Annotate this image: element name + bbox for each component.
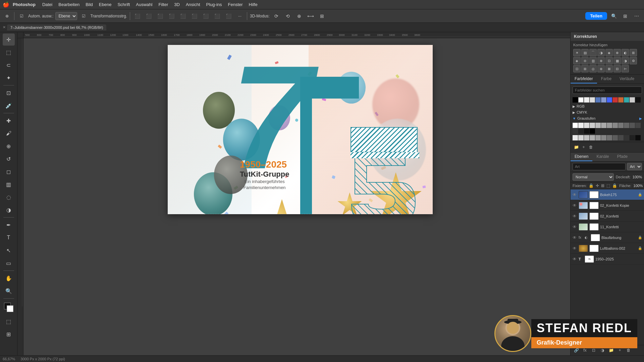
lasso-tool[interactable]: ⊂ [3, 59, 15, 71]
3d-btn3[interactable]: ⊕ [294, 11, 304, 21]
corr-icon-photo-filter[interactable]: ⊞ [630, 49, 637, 56]
gs-swatch-2[interactable] [584, 123, 589, 128]
gs2-8[interactable] [618, 135, 624, 140]
more-btn[interactable]: ··· [235, 11, 244, 21]
gradient-tool[interactable]: ▥ [3, 178, 15, 190]
align-center-h-btn[interactable]: ⬛ [144, 11, 154, 21]
corr-icon-extra7[interactable]: ⊢ [622, 65, 629, 72]
layer-row-luftballons[interactable]: 👁 Luftballons-002 🔒 [571, 243, 644, 254]
apple-menu[interactable]: 🍎 [3, 1, 9, 8]
align-right-btn[interactable]: ⬛ [156, 11, 165, 21]
corr-icon-extra2[interactable]: ⊞ [581, 65, 589, 72]
layer-vis-konfetti[interactable]: 👁 [573, 214, 577, 219]
search-btn[interactable]: 🔍 [609, 11, 619, 21]
swatch-black[interactable] [573, 97, 578, 103]
corr-icon-posterize[interactable]: ▦ [613, 57, 621, 64]
gs-swatch-14[interactable] [584, 128, 589, 134]
swatch-orange[interactable] [618, 97, 624, 103]
distribute3-btn[interactable]: ⬛ [224, 11, 233, 21]
3d-btn4[interactable]: ⟷ [306, 11, 315, 21]
corr-icon-settings[interactable]: ⚙ [630, 57, 637, 64]
gs-swatch-4[interactable] [595, 123, 601, 128]
swatch-white[interactable] [578, 97, 584, 103]
gs-swatch-6[interactable] [607, 123, 612, 128]
corr-icon-bw[interactable]: ◐ [622, 49, 629, 56]
menu-ansicht[interactable]: Ansicht [183, 1, 203, 8]
farbfelder-search[interactable] [573, 86, 642, 94]
swatch-gray1[interactable] [590, 97, 595, 103]
corr-icon-extra4[interactable]: ⊛ [597, 65, 605, 72]
blur-tool[interactable]: ◌ [3, 191, 15, 203]
gs-swatch-1[interactable] [578, 123, 584, 128]
layer-vis-1950[interactable]: 👁 [573, 257, 577, 261]
corr-icon-invert[interactable]: ◑ [622, 57, 629, 64]
corr-icon-extra3[interactable]: ◎ [589, 65, 597, 72]
layer-row-blaufaerbung[interactable]: 👁 fx ◐ Blaufärbung 🔒 [571, 232, 644, 243]
gs2-5[interactable] [601, 135, 606, 140]
menu-bild[interactable]: Bild [83, 1, 96, 8]
align-top-btn[interactable]: ⬛ [167, 11, 176, 21]
move-tool-btn[interactable]: ⊕ [3, 11, 11, 21]
distribute2-btn[interactable]: ⬛ [213, 11, 222, 21]
marquee-tool[interactable]: ⬚ [3, 46, 15, 58]
gs-swatch-11[interactable] [635, 123, 641, 128]
gs2-11[interactable] [635, 135, 641, 140]
menu-hilfe[interactable]: Hilfe [246, 1, 260, 8]
corr-icon-exposure[interactable]: ◑ [597, 49, 605, 56]
corr-icon-extra5[interactable]: ⊠ [605, 65, 613, 72]
layer-vis-blaufaerbung[interactable]: 👁 [573, 235, 577, 240]
align-center-v-btn[interactable]: ⬛ [178, 11, 188, 21]
menu-filter[interactable]: Filter [156, 1, 171, 8]
corr-icon-brightness[interactable]: ☀ [573, 49, 581, 56]
menu-ebene[interactable]: Ebene [96, 1, 114, 8]
layer-vis-konfetti-kopie[interactable]: 👁 [573, 203, 577, 208]
zoom-tool[interactable]: 🔍 [3, 285, 15, 297]
layer-row-bokeh[interactable]: 👁 Bokeh175 🔒 [571, 189, 644, 200]
gs2-10[interactable] [630, 135, 635, 140]
swatch-silver[interactable] [630, 97, 635, 103]
layer-vis-bokeh[interactable]: 👁 [573, 192, 577, 197]
tab-kanaele[interactable]: Kanäle [592, 153, 613, 161]
gs-swatch-8[interactable] [618, 123, 624, 128]
align-bottom-btn[interactable]: ⬛ [190, 11, 199, 21]
gs2-0[interactable] [573, 135, 578, 140]
brush-tool[interactable]: 🖌 [3, 127, 15, 139]
corr-icon-levels[interactable]: ▤ [581, 49, 589, 56]
gs2-4[interactable] [595, 135, 601, 140]
tab-ebenen[interactable]: Ebenen [571, 153, 592, 161]
corr-icon-extra6[interactable]: ⊟ [613, 65, 621, 72]
corr-icon-extra1[interactable]: ⊡ [573, 65, 581, 72]
fix-icon-3[interactable]: ⊞ [601, 183, 604, 188]
fix-icon-5[interactable]: 🔒 [612, 183, 617, 188]
gs2-1[interactable] [578, 135, 584, 140]
gs-swatch-5[interactable] [601, 123, 606, 128]
tab-farbe[interactable]: Farbe [597, 75, 615, 83]
3d-btn2[interactable]: ⟲ [283, 11, 292, 21]
blend-mode-select[interactable]: Normal [573, 173, 614, 181]
corr-icon-gradient-map[interactable]: ▥ [589, 57, 597, 64]
rgb-group[interactable]: ▶ RGB [571, 103, 644, 109]
fix-icon-1[interactable]: 🔒 [589, 183, 594, 188]
align-left-btn[interactable]: ⬛ [133, 11, 142, 21]
eyedropper-tool[interactable]: 💉 [3, 100, 15, 112]
shape-tool[interactable]: ▭ [3, 257, 15, 269]
graustufen-play-icon[interactable]: ▶ [639, 117, 642, 120]
swatch-red[interactable] [612, 97, 618, 103]
doc-close-x[interactable]: ✕ [3, 25, 6, 29]
ebenen-search-input[interactable] [573, 163, 626, 170]
swatch-new-folder-btn[interactable]: 📁 [573, 143, 580, 151]
graustufen-header-row[interactable]: ▼ Graustufen ▶ [571, 115, 644, 121]
fix-icon-2[interactable]: ✛ [596, 183, 599, 188]
corr-icon-channel[interactable]: ◈ [573, 57, 581, 64]
gs-swatch-15[interactable] [590, 128, 595, 134]
menu-3d[interactable]: 3D [171, 1, 182, 8]
swatch-blue3[interactable] [607, 97, 612, 103]
fix-icon-4[interactable]: ⬚ [606, 183, 610, 188]
layer-vis-luftballons[interactable]: 👁 [573, 246, 577, 251]
teilen-button[interactable]: Teilen [585, 12, 607, 20]
workspace-btn[interactable]: ⊞ [621, 11, 630, 21]
more2-btn[interactable]: ⋯ [632, 11, 641, 21]
menu-plugins[interactable]: Plug-ins [204, 1, 225, 8]
corr-icon-vibrance[interactable]: ◈ [605, 49, 613, 56]
swatch-blue1[interactable] [595, 97, 601, 103]
